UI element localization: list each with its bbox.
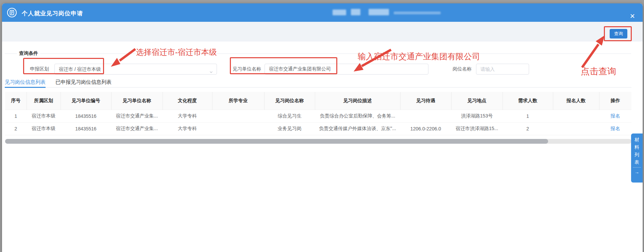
form-document-icon: [7, 7, 17, 18]
column-header-10: 需求人数: [503, 92, 553, 110]
window-header: 个人就业见习岗位申请 ✕: [2, 3, 643, 22]
table-cell: [553, 122, 599, 135]
table-cell: [553, 110, 599, 122]
district-select[interactable]: 宿迁市 / 宿迁市本级: [54, 64, 217, 75]
chevron-down-icon: [209, 67, 213, 78]
table-cell: 负责交通传媒户外媒体洽谈、京东"...: [315, 122, 400, 135]
table-cell: 1: [503, 110, 553, 122]
table-cell: 2: [5, 122, 27, 135]
query-button[interactable]: 查询: [610, 29, 627, 38]
jobs-table-head-row: 序号所属区划见习单位编号见习单位名称文化程度所学专业见习岗位名称见习岗位描述见习…: [5, 92, 631, 110]
tab-applied-list[interactable]: 已申报见习岗位信息列表: [55, 79, 112, 85]
materials-tab-char: 列: [631, 151, 643, 158]
table-cell: 2: [503, 122, 553, 135]
materials-tab-char: 表: [631, 158, 643, 166]
table-cell: 宿迁市本级: [27, 110, 61, 122]
arrow-right-icon: →: [631, 168, 643, 176]
table-cell: 18435516: [61, 122, 111, 135]
table-cell: [212, 110, 264, 122]
redacted-text: [369, 9, 389, 15]
fieldset-line: [40, 53, 631, 54]
horizontal-scrollbar-thumb[interactable]: [5, 139, 548, 144]
apply-link[interactable]: 报名: [611, 113, 620, 119]
materials-list-tab[interactable]: 材 料 列 表 →: [631, 133, 643, 183]
table-cell: 负责综合办公室后勤保障、会务筹...: [315, 110, 400, 122]
table-cell: 业务见习岗: [264, 122, 315, 135]
column-header-11: 报名人数: [553, 92, 599, 110]
column-header-5: 所学专业: [212, 92, 264, 110]
column-header-8: 见习待遇: [400, 92, 451, 110]
jobs-table: 序号所属区划见习单位编号见习单位名称文化程度所学专业见习岗位名称见习岗位描述见习…: [5, 92, 631, 135]
table-cell: 洪泽湖路153号: [451, 110, 503, 122]
redacted-text: [394, 12, 441, 14]
table-cell: 宿迁市本级: [27, 122, 61, 135]
screen: 个人就业见习岗位申请 ✕ 查询 查询条件 申报区划 宿迁市 / 宿迁市本级 见习…: [0, 0, 644, 252]
table-cell: 宿迁市交通产业集...: [111, 110, 163, 122]
column-header-6: 见习岗位名称: [264, 92, 315, 110]
table-cell: 大学专科: [163, 110, 212, 122]
table-cell: 宿迁市洪泽湖路15...: [451, 122, 503, 135]
close-icon[interactable]: ✕: [628, 12, 637, 21]
table-cell: 18435516: [61, 110, 111, 122]
column-header-4: 文化程度: [163, 92, 212, 110]
fieldset-line: [5, 53, 17, 54]
position-label: 岗位名称: [453, 66, 472, 72]
active-tab-underline: [5, 87, 46, 88]
redacted-text: [351, 9, 360, 15]
window-title: 个人就业见习岗位申请: [22, 10, 83, 17]
table-cell: 大学专科: [163, 122, 212, 135]
toolbar: [2, 22, 643, 42]
district-label: 申报区划: [30, 66, 49, 72]
jobs-table-body: 1宿迁市本级18435516宿迁市交通产业集...大学专科综合见习生负责综合办公…: [5, 110, 631, 135]
redacted-text: [333, 10, 346, 15]
company-input[interactable]: [265, 64, 428, 75]
column-header-3: 见习单位名称: [111, 92, 163, 110]
column-header-1: 所属区划: [27, 92, 61, 110]
table-cell: [400, 110, 451, 122]
materials-tab-char: 材: [631, 136, 643, 143]
company-label: 见习单位名称: [233, 66, 261, 72]
column-header-0: 序号: [5, 92, 27, 110]
position-input[interactable]: [476, 64, 529, 75]
table-cell: 综合见习生: [264, 110, 315, 122]
column-header-9: 见习地点: [451, 92, 503, 110]
column-header-12: 操作: [599, 92, 631, 110]
column-header-7: 见习岗位描述: [315, 92, 400, 110]
table-cell: 1206.0-2206.0: [400, 122, 451, 135]
apply-link[interactable]: 报名: [611, 126, 620, 131]
table-row: 1宿迁市本级18435516宿迁市交通产业集...大学专科综合见习生负责综合办公…: [5, 110, 631, 122]
table-row: 2宿迁市本级18435516宿迁市交通产业集...大学专科业务见习岗负责交通传媒…: [5, 122, 631, 135]
district-value: 宿迁市 / 宿迁市本级: [59, 66, 101, 72]
materials-tab-char: 料: [631, 143, 643, 151]
filter-section-title: 查询条件: [19, 50, 38, 57]
table-cell: [212, 122, 264, 135]
horizontal-scrollbar-track: [5, 139, 631, 144]
table-cell: 宿迁市交通产业集...: [111, 122, 163, 135]
tab-position-list[interactable]: 见习岗位信息列表: [5, 79, 46, 85]
column-header-2: 见习单位编号: [61, 92, 111, 110]
table-cell: 1: [5, 110, 27, 122]
tabs-baseline: [5, 87, 631, 88]
